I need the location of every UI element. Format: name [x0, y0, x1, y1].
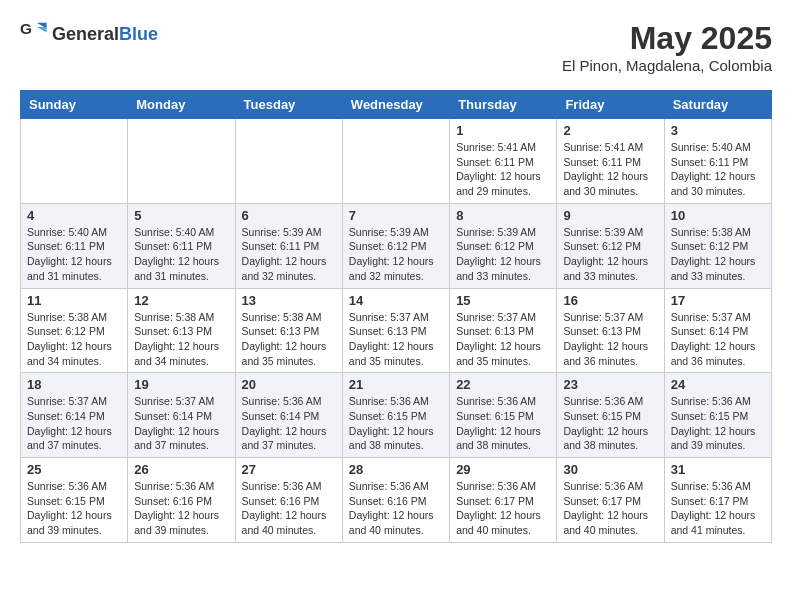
day-info: Sunrise: 5:40 AM Sunset: 6:11 PM Dayligh… — [27, 225, 121, 284]
day-number: 1 — [456, 123, 550, 138]
day-info: Sunrise: 5:36 AM Sunset: 6:16 PM Dayligh… — [349, 479, 443, 538]
week-row-1: 1Sunrise: 5:41 AM Sunset: 6:11 PM Daylig… — [21, 119, 772, 204]
day-info: Sunrise: 5:39 AM Sunset: 6:12 PM Dayligh… — [563, 225, 657, 284]
day-info: Sunrise: 5:40 AM Sunset: 6:11 PM Dayligh… — [671, 140, 765, 199]
week-row-3: 11Sunrise: 5:38 AM Sunset: 6:12 PM Dayli… — [21, 288, 772, 373]
calendar: SundayMondayTuesdayWednesdayThursdayFrid… — [20, 90, 772, 543]
day-info: Sunrise: 5:36 AM Sunset: 6:17 PM Dayligh… — [671, 479, 765, 538]
day-cell — [21, 119, 128, 204]
weekday-header-friday: Friday — [557, 91, 664, 119]
day-info: Sunrise: 5:40 AM Sunset: 6:11 PM Dayligh… — [134, 225, 228, 284]
day-number: 19 — [134, 377, 228, 392]
day-cell: 29Sunrise: 5:36 AM Sunset: 6:17 PM Dayli… — [450, 458, 557, 543]
day-cell: 21Sunrise: 5:36 AM Sunset: 6:15 PM Dayli… — [342, 373, 449, 458]
day-cell: 26Sunrise: 5:36 AM Sunset: 6:16 PM Dayli… — [128, 458, 235, 543]
day-cell: 30Sunrise: 5:36 AM Sunset: 6:17 PM Dayli… — [557, 458, 664, 543]
day-info: Sunrise: 5:38 AM Sunset: 6:13 PM Dayligh… — [242, 310, 336, 369]
day-cell: 13Sunrise: 5:38 AM Sunset: 6:13 PM Dayli… — [235, 288, 342, 373]
day-info: Sunrise: 5:41 AM Sunset: 6:11 PM Dayligh… — [456, 140, 550, 199]
day-number: 28 — [349, 462, 443, 477]
weekday-header-wednesday: Wednesday — [342, 91, 449, 119]
week-row-4: 18Sunrise: 5:37 AM Sunset: 6:14 PM Dayli… — [21, 373, 772, 458]
day-info: Sunrise: 5:37 AM Sunset: 6:13 PM Dayligh… — [349, 310, 443, 369]
week-row-5: 25Sunrise: 5:36 AM Sunset: 6:15 PM Dayli… — [21, 458, 772, 543]
day-cell: 14Sunrise: 5:37 AM Sunset: 6:13 PM Dayli… — [342, 288, 449, 373]
day-number: 22 — [456, 377, 550, 392]
day-number: 4 — [27, 208, 121, 223]
day-cell: 23Sunrise: 5:36 AM Sunset: 6:15 PM Dayli… — [557, 373, 664, 458]
day-number: 3 — [671, 123, 765, 138]
day-number: 15 — [456, 293, 550, 308]
day-cell: 19Sunrise: 5:37 AM Sunset: 6:14 PM Dayli… — [128, 373, 235, 458]
day-cell: 11Sunrise: 5:38 AM Sunset: 6:12 PM Dayli… — [21, 288, 128, 373]
day-number: 2 — [563, 123, 657, 138]
day-info: Sunrise: 5:41 AM Sunset: 6:11 PM Dayligh… — [563, 140, 657, 199]
title-area: May 2025 El Pinon, Magdalena, Colombia — [562, 20, 772, 74]
day-cell: 3Sunrise: 5:40 AM Sunset: 6:11 PM Daylig… — [664, 119, 771, 204]
day-cell: 20Sunrise: 5:36 AM Sunset: 6:14 PM Dayli… — [235, 373, 342, 458]
day-cell: 2Sunrise: 5:41 AM Sunset: 6:11 PM Daylig… — [557, 119, 664, 204]
day-cell: 5Sunrise: 5:40 AM Sunset: 6:11 PM Daylig… — [128, 203, 235, 288]
svg-marker-2 — [37, 27, 47, 33]
day-info: Sunrise: 5:39 AM Sunset: 6:12 PM Dayligh… — [456, 225, 550, 284]
logo-general: General — [52, 24, 119, 44]
day-cell — [235, 119, 342, 204]
day-number: 30 — [563, 462, 657, 477]
day-number: 9 — [563, 208, 657, 223]
day-cell: 6Sunrise: 5:39 AM Sunset: 6:11 PM Daylig… — [235, 203, 342, 288]
day-number: 24 — [671, 377, 765, 392]
day-cell: 1Sunrise: 5:41 AM Sunset: 6:11 PM Daylig… — [450, 119, 557, 204]
day-info: Sunrise: 5:39 AM Sunset: 6:11 PM Dayligh… — [242, 225, 336, 284]
day-number: 29 — [456, 462, 550, 477]
day-cell: 10Sunrise: 5:38 AM Sunset: 6:12 PM Dayli… — [664, 203, 771, 288]
day-cell: 4Sunrise: 5:40 AM Sunset: 6:11 PM Daylig… — [21, 203, 128, 288]
day-number: 20 — [242, 377, 336, 392]
day-number: 11 — [27, 293, 121, 308]
weekday-header-tuesday: Tuesday — [235, 91, 342, 119]
weekday-header-saturday: Saturday — [664, 91, 771, 119]
day-number: 10 — [671, 208, 765, 223]
weekday-header-sunday: Sunday — [21, 91, 128, 119]
day-cell: 9Sunrise: 5:39 AM Sunset: 6:12 PM Daylig… — [557, 203, 664, 288]
day-cell — [128, 119, 235, 204]
day-info: Sunrise: 5:37 AM Sunset: 6:14 PM Dayligh… — [134, 394, 228, 453]
day-number: 18 — [27, 377, 121, 392]
day-cell: 24Sunrise: 5:36 AM Sunset: 6:15 PM Dayli… — [664, 373, 771, 458]
day-info: Sunrise: 5:36 AM Sunset: 6:15 PM Dayligh… — [27, 479, 121, 538]
day-info: Sunrise: 5:36 AM Sunset: 6:16 PM Dayligh… — [242, 479, 336, 538]
day-number: 27 — [242, 462, 336, 477]
day-number: 14 — [349, 293, 443, 308]
day-info: Sunrise: 5:38 AM Sunset: 6:13 PM Dayligh… — [134, 310, 228, 369]
logo: G GeneralBlue — [20, 20, 158, 48]
day-number: 5 — [134, 208, 228, 223]
day-number: 6 — [242, 208, 336, 223]
day-cell: 17Sunrise: 5:37 AM Sunset: 6:14 PM Dayli… — [664, 288, 771, 373]
day-number: 31 — [671, 462, 765, 477]
day-info: Sunrise: 5:36 AM Sunset: 6:15 PM Dayligh… — [456, 394, 550, 453]
day-number: 7 — [349, 208, 443, 223]
weekday-header-row: SundayMondayTuesdayWednesdayThursdayFrid… — [21, 91, 772, 119]
day-cell — [342, 119, 449, 204]
day-number: 8 — [456, 208, 550, 223]
day-cell: 27Sunrise: 5:36 AM Sunset: 6:16 PM Dayli… — [235, 458, 342, 543]
day-info: Sunrise: 5:37 AM Sunset: 6:14 PM Dayligh… — [671, 310, 765, 369]
day-number: 12 — [134, 293, 228, 308]
day-cell: 28Sunrise: 5:36 AM Sunset: 6:16 PM Dayli… — [342, 458, 449, 543]
header: G GeneralBlue May 2025 El Pinon, Magdale… — [20, 20, 772, 74]
week-row-2: 4Sunrise: 5:40 AM Sunset: 6:11 PM Daylig… — [21, 203, 772, 288]
day-info: Sunrise: 5:36 AM Sunset: 6:17 PM Dayligh… — [456, 479, 550, 538]
day-number: 23 — [563, 377, 657, 392]
day-cell: 7Sunrise: 5:39 AM Sunset: 6:12 PM Daylig… — [342, 203, 449, 288]
day-number: 17 — [671, 293, 765, 308]
logo-blue: Blue — [119, 24, 158, 44]
day-cell: 8Sunrise: 5:39 AM Sunset: 6:12 PM Daylig… — [450, 203, 557, 288]
day-cell: 16Sunrise: 5:37 AM Sunset: 6:13 PM Dayli… — [557, 288, 664, 373]
day-info: Sunrise: 5:37 AM Sunset: 6:13 PM Dayligh… — [456, 310, 550, 369]
logo-icon: G — [20, 20, 48, 48]
day-info: Sunrise: 5:36 AM Sunset: 6:15 PM Dayligh… — [563, 394, 657, 453]
day-cell: 31Sunrise: 5:36 AM Sunset: 6:17 PM Dayli… — [664, 458, 771, 543]
day-info: Sunrise: 5:39 AM Sunset: 6:12 PM Dayligh… — [349, 225, 443, 284]
day-info: Sunrise: 5:36 AM Sunset: 6:16 PM Dayligh… — [134, 479, 228, 538]
day-info: Sunrise: 5:36 AM Sunset: 6:15 PM Dayligh… — [671, 394, 765, 453]
day-number: 21 — [349, 377, 443, 392]
